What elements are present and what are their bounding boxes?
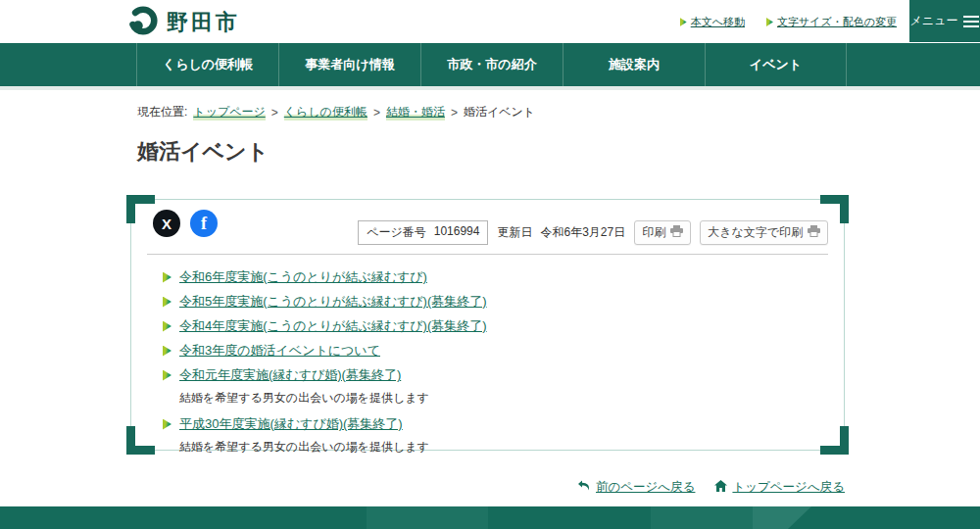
breadcrumb: 現在位置: トップページ > くらしの便利帳 > 結婚・婚活 > 婚活イベント	[137, 104, 535, 120]
page-root: 野田市 本文へ移動 文字サイズ・配色の変更 メニュー くらしの便利帳 事業者向け…	[0, 0, 980, 529]
back-to-top-link[interactable]: トップページへ戻る	[714, 479, 845, 496]
event-link-description: 結婚を希望する男女の出会いの場を提供します	[179, 390, 824, 407]
print-button-label: 印刷	[642, 224, 665, 241]
arrow-icon	[766, 18, 773, 26]
page-number-value: 1016994	[434, 224, 480, 241]
home-icon	[714, 480, 727, 495]
event-link-description: 結婚を希望する男女の出会いの場を提供します	[179, 439, 824, 456]
share-buttons: X f	[153, 210, 218, 237]
list-item: 令和3年度の婚活イベントについて	[163, 342, 824, 360]
corner-bracket	[820, 195, 849, 223]
corner-bracket	[126, 426, 155, 455]
nav-item-business-info[interactable]: 事業者向け情報	[278, 43, 420, 86]
event-link-r1[interactable]: 令和元年度実施(縁むすび婚)(募集終了)	[179, 366, 401, 384]
global-nav-items: くらしの便利帳 事業者向け情報 市政・市の紹介 施設案内 イベント	[136, 43, 847, 86]
breadcrumb-link-living-guide[interactable]: くらしの便利帳	[284, 104, 368, 120]
nav-bottom-strip	[0, 86, 980, 90]
header-utility-links: 本文へ移動 文字サイズ・配色の変更	[680, 15, 897, 29]
breadcrumb-separator: >	[373, 106, 380, 120]
skip-to-content-link[interactable]: 本文へ移動	[680, 15, 745, 29]
back-to-previous-label[interactable]: 前のページへ戻る	[596, 479, 695, 496]
menu-button-label: メニュー	[910, 13, 958, 29]
nav-item-living-guide[interactable]: くらしの便利帳	[136, 43, 278, 86]
fontsize-color-link[interactable]: 文字サイズ・配色の変更	[766, 15, 897, 29]
breadcrumb-link-marriage[interactable]: 結婚・婚活	[386, 104, 445, 120]
arrow-icon	[163, 419, 172, 430]
print-large-button[interactable]: 大きな文字で印刷	[700, 220, 828, 245]
list-item: 平成30年度実施(縁むすび婚)(募集終了)	[163, 415, 824, 433]
event-link-r4[interactable]: 令和4年度実施(こうのとりが結ぶ縁むすび)(募集終了)	[179, 317, 487, 335]
nav-item-events[interactable]: イベント	[705, 43, 847, 86]
arrow-icon	[163, 370, 172, 381]
breadcrumb-current: 婚活イベント	[464, 104, 535, 120]
breadcrumb-separator: >	[451, 106, 458, 120]
arrow-icon	[680, 18, 687, 26]
arrow-icon	[163, 272, 172, 283]
nav-item-facilities[interactable]: 施設案内	[563, 43, 705, 86]
fontsize-color-label[interactable]: 文字サイズ・配色の変更	[777, 15, 897, 29]
hamburger-icon	[963, 16, 979, 27]
footer-nav: 前のページへ戻る トップページへ戻る	[577, 479, 845, 496]
site-header: 野田市 本文へ移動 文字サイズ・配色の変更 メニュー	[0, 0, 980, 43]
back-to-top-label[interactable]: トップページへ戻る	[732, 479, 845, 496]
footer-decoration	[753, 506, 811, 529]
updated-value: 令和6年3月27日	[540, 224, 625, 241]
arrow-icon	[163, 321, 172, 332]
page-meta-row: ページ番号 1016994 更新日 令和6年3月27日 印刷 大きな文字で印刷	[358, 220, 828, 245]
footer-bar	[0, 506, 980, 529]
event-link-list: 令和6年度実施(こうのとりが結ぶ縁むすび) 令和5年度実施(こうのとりが結ぶ縁む…	[163, 268, 824, 464]
page-number-label: ページ番号	[367, 224, 426, 241]
updated-date: 更新日 令和6年3月27日	[497, 224, 625, 241]
back-arrow-icon	[577, 480, 591, 495]
footer-decoration	[367, 506, 488, 529]
site-name: 野田市	[167, 8, 240, 37]
event-link-r5[interactable]: 令和5年度実施(こうのとりが結ぶ縁むすび)(募集終了)	[179, 293, 487, 311]
list-item: 令和元年度実施(縁むすび婚)(募集終了)	[163, 366, 824, 384]
print-button[interactable]: 印刷	[634, 220, 691, 245]
x-twitter-share-icon[interactable]: X	[153, 210, 180, 237]
skip-to-content-label[interactable]: 本文へ移動	[691, 15, 745, 29]
content-box: X f ページ番号 1016994 更新日 令和6年3月27日 印刷 大きな文字…	[130, 199, 845, 451]
updated-label: 更新日	[497, 224, 532, 241]
arrow-icon	[163, 297, 172, 308]
event-link-r6[interactable]: 令和6年度実施(こうのとりが結ぶ縁むすび)	[179, 268, 427, 286]
divider	[147, 254, 828, 255]
footer-decoration	[651, 506, 753, 529]
back-to-previous-link[interactable]: 前のページへ戻る	[577, 479, 695, 496]
list-item: 令和6年度実施(こうのとりが結ぶ縁むすび)	[163, 268, 824, 286]
breadcrumb-separator: >	[271, 106, 278, 120]
breadcrumb-link-top[interactable]: トップページ	[193, 104, 265, 120]
site-logo[interactable]: 野田市	[127, 5, 240, 40]
page-number-box: ページ番号 1016994	[358, 220, 488, 245]
breadcrumb-prefix: 現在位置:	[137, 104, 187, 120]
corner-bracket	[126, 195, 155, 223]
page-title: 婚活イベント	[137, 137, 269, 167]
city-emblem-icon	[127, 5, 159, 40]
nav-item-city-government[interactable]: 市政・市の紹介	[420, 43, 563, 86]
event-link-r3[interactable]: 令和3年度の婚活イベントについて	[179, 342, 380, 360]
printer-icon	[670, 225, 683, 240]
corner-bracket	[820, 426, 849, 455]
arrow-icon	[163, 346, 172, 357]
list-item: 令和5年度実施(こうのとりが結ぶ縁むすび)(募集終了)	[163, 293, 824, 311]
list-item: 令和4年度実施(こうのとりが結ぶ縁むすび)(募集終了)	[163, 317, 824, 335]
global-nav: くらしの便利帳 事業者向け情報 市政・市の紹介 施設案内 イベント	[0, 43, 980, 86]
event-link-h30[interactable]: 平成30年度実施(縁むすび婚)(募集終了)	[179, 415, 403, 433]
printer-icon	[808, 225, 820, 240]
menu-button[interactable]: メニュー	[909, 0, 980, 42]
facebook-share-icon[interactable]: f	[190, 210, 218, 237]
print-large-button-label: 大きな文字で印刷	[708, 224, 803, 241]
